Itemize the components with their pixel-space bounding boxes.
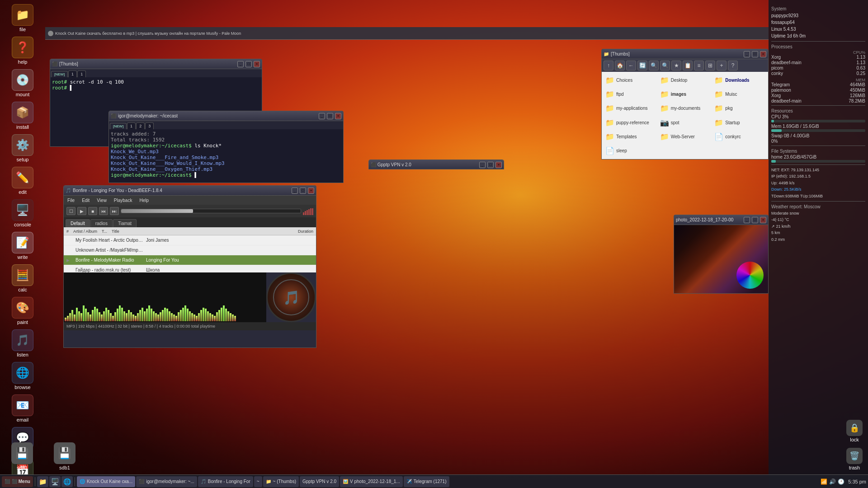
mp-prev-btn[interactable]: ⏮: [99, 207, 108, 215]
taskbar-item-photo[interactable]: 🖼️ V photo_2022-12-18_1...: [340, 476, 403, 487]
mp-minimize[interactable]: _: [292, 188, 298, 194]
terminal2-maximize[interactable]: □: [327, 113, 333, 119]
fm-back-btn[interactable]: ←: [626, 61, 636, 70]
fm-close[interactable]: ×: [760, 51, 766, 57]
fm-maximize[interactable]: □: [752, 51, 758, 57]
fm-item-images[interactable]: 📁images: [658, 88, 712, 101]
sidebar-icon-calc[interactable]: 🧮calc: [2, 263, 43, 294]
fm-item-templates[interactable]: 📁Templates: [604, 130, 657, 143]
fm-add-btn[interactable]: +: [717, 61, 726, 70]
terminal2-tab-new[interactable]: [NEW]: [110, 123, 127, 129]
taskbar-item-telegram[interactable]: ✈️ Telegram (1271): [404, 476, 449, 487]
fm-item-pkg[interactable]: 📁pkg: [712, 102, 766, 115]
sidebar-icon-help[interactable]: ❓help: [2, 35, 43, 66]
terminal1-tab-2[interactable]: 1: [77, 70, 86, 77]
mp-tab-default[interactable]: Default: [66, 219, 90, 227]
mp-menu-edit[interactable]: Edit: [78, 196, 93, 205]
mp-menu-file[interactable]: File: [64, 196, 78, 205]
sidebar-icon-mount[interactable]: 💿mount: [2, 67, 43, 99]
terminal1-close[interactable]: ×: [254, 61, 260, 67]
fm-minimize[interactable]: _: [744, 51, 750, 57]
taskbar-quick-browser[interactable]: 🌐: [61, 476, 73, 487]
fm-item-conkyrc[interactable]: 📄conkyrc: [712, 130, 766, 143]
vpn-maximize[interactable]: □: [487, 162, 494, 168]
fm-up-btn[interactable]: ↑: [604, 61, 613, 70]
terminal2-tab-2[interactable]: 2: [136, 122, 145, 129]
taskbar-item-browser[interactable]: 🌐 Knock Out Kaine ска...: [77, 476, 135, 487]
disk-sda1[interactable]: 💾 sda1: [2, 441, 42, 472]
sidebar-icon-email[interactable]: 📧email: [2, 393, 43, 424]
taskbar-item-fm[interactable]: 📁 ~ (Thumbs): [263, 476, 299, 487]
fm-item-webserver[interactable]: 📁Web-Server: [658, 130, 712, 143]
mp-next-btn[interactable]: ⏭: [110, 207, 119, 215]
fm-search2-btn[interactable]: 🔍: [660, 61, 670, 70]
sidebar-icon-edit[interactable]: ✏️edit: [2, 165, 43, 197]
lock-icon[interactable]: 🔒 lock: [843, 418, 866, 444]
taskbar-quick-file[interactable]: 📁: [37, 476, 48, 487]
terminal1-minimize[interactable]: _: [237, 61, 244, 67]
terminal1-maximize[interactable]: □: [245, 61, 252, 67]
fm-home-btn[interactable]: 🏠: [615, 61, 625, 70]
mp-track-3[interactable]: ▶ Bonfire - MelodyMaker Radio Longing Fo…: [64, 255, 316, 265]
tray-volume[interactable]: 🔊: [829, 479, 836, 485]
mp-pause-btn[interactable]: ■: [88, 207, 97, 215]
terminal2-body[interactable]: tracks added: 7 Total tracks: 1592 igor@…: [109, 129, 343, 183]
mp-track-4[interactable]: Гайдар - radio.msk.ru (test) Школа: [64, 265, 316, 272]
fm-item-mydocs[interactable]: 📁my-documents: [658, 102, 712, 115]
fm-grid-btn[interactable]: ⊞: [705, 61, 715, 70]
sidebar-icon-write[interactable]: 📝write: [2, 230, 43, 262]
sidebar-icon-setup[interactable]: ⚙️setup: [2, 132, 43, 164]
photo-maximize[interactable]: □: [752, 217, 758, 223]
fm-item-muisc[interactable]: 📁Muisc: [712, 88, 766, 101]
mp-track-2[interactable]: Unknown Artist - /MayakFM/mp3_192...: [64, 245, 316, 255]
vpn-minimize[interactable]: _: [479, 162, 486, 168]
photo-minimize[interactable]: _: [744, 217, 750, 223]
mp-progress-bar[interactable]: [121, 209, 301, 213]
mp-stop-btn[interactable]: ☐: [66, 207, 75, 215]
terminal2-tab-1[interactable]: 1: [127, 122, 136, 129]
fm-item-downloads[interactable]: 📁Downloads: [712, 74, 766, 87]
vpn-close[interactable]: ×: [495, 162, 502, 168]
terminal2-minimize[interactable]: _: [319, 113, 325, 119]
mp-tab-radios[interactable]: radios: [90, 219, 113, 227]
taskbar-item-term1[interactable]: ⬛ igor@melodymaker: ~...: [136, 476, 197, 487]
mp-play-btn[interactable]: ▶: [77, 207, 86, 215]
fm-list-btn[interactable]: ≡: [694, 61, 704, 70]
fm-item-myapps[interactable]: 📁my-applications: [604, 102, 657, 115]
terminal1-tab-1[interactable]: 1: [68, 70, 77, 77]
mp-menu-help[interactable]: Help: [136, 196, 152, 205]
sidebar-icon-listen[interactable]: 🎵listen: [2, 328, 43, 359]
taskbar-item-vpn[interactable]: Gpptp VPN v 2.0: [300, 476, 339, 487]
terminal2-close[interactable]: ×: [335, 113, 341, 119]
fm-item-sleep[interactable]: 📄sleep: [604, 144, 657, 157]
taskbar-quick-term[interactable]: 🖥️: [49, 476, 61, 487]
tray-network[interactable]: 📶: [821, 479, 827, 485]
taskbar-item-term2[interactable]: ~: [254, 476, 262, 487]
mp-maximize[interactable]: □: [300, 188, 306, 194]
fm-item-choices[interactable]: 📁Choices: [604, 74, 657, 87]
mp-track-1[interactable]: My Foolish Heart - Arctic Outpost AM1...…: [64, 235, 316, 245]
fm-refresh-btn[interactable]: 🔄: [637, 61, 647, 70]
fm-search-btn[interactable]: 🔍: [649, 61, 659, 70]
fm-fav-btn[interactable]: ★: [671, 61, 681, 70]
photo-close[interactable]: ×: [760, 217, 766, 223]
start-menu-btn[interactable]: ⬛ ⬛ Menu: [2, 476, 33, 487]
sidebar-icon-install[interactable]: 📦install: [2, 100, 43, 131]
mp-menu-playback[interactable]: Playback: [110, 196, 136, 205]
terminal2-tab-3[interactable]: 3: [145, 122, 154, 129]
sidebar-icon-paint[interactable]: 🎨paint: [2, 295, 43, 327]
terminal1-tab-new[interactable]: [NEW]: [51, 71, 68, 77]
mp-menu-view[interactable]: View: [93, 196, 110, 205]
disk-sdb1[interactable]: 💾 sdb1: [44, 441, 85, 472]
mp-close[interactable]: ×: [308, 188, 314, 194]
fm-item-ftpd[interactable]: 📁ftpd: [604, 88, 657, 101]
fm-item-desktop[interactable]: 📁Desktop: [658, 74, 712, 87]
taskbar-item-player[interactable]: 🎵 Bonfire - Longing For: [198, 476, 253, 487]
sidebar-icon-console[interactable]: 🖥️console: [2, 197, 43, 229]
mp-tab-tiamat[interactable]: Tiamat: [113, 219, 137, 227]
fm-help-btn[interactable]: ?: [728, 61, 738, 70]
fm-item-puppyref[interactable]: 📁puppy-reference: [604, 116, 657, 129]
fm-item-spot[interactable]: 📷spot: [658, 116, 712, 129]
trash-icon[interactable]: 🗑️ trash: [843, 446, 866, 472]
sidebar-icon-file[interactable]: 📁file: [2, 2, 43, 34]
